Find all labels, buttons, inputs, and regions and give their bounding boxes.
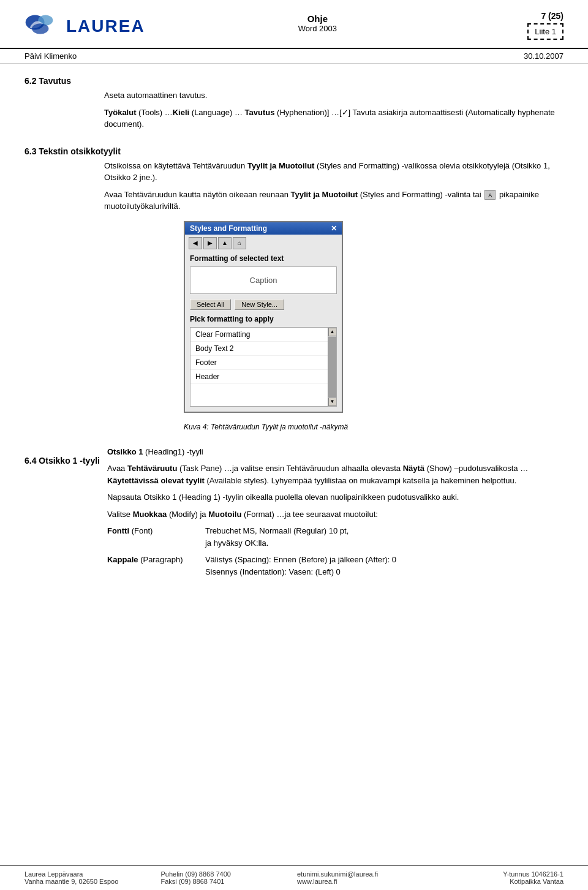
pick-formatting-label: Pick formatting to apply bbox=[185, 312, 342, 325]
list-item-footer[interactable]: Footer ¶ bbox=[190, 356, 336, 370]
tools-bold: Työkalut bbox=[104, 108, 137, 117]
footer-ytunnus: Y-tunnus 1046216-1 bbox=[434, 870, 564, 878]
doc-date: 30.10.2007 bbox=[524, 51, 564, 61]
scroll-down-arrow[interactable]: ▼ bbox=[328, 398, 337, 406]
styles-formatting-dialog: Styles and Formatting ✕ ◀ ▶ ▲ ⌂ Formatti… bbox=[184, 221, 343, 413]
section-6-4-side-label: Otsikko 1 -tyyli bbox=[39, 456, 100, 466]
section-6-2-title: Tavutus bbox=[39, 76, 71, 86]
scroll-up-arrow[interactable]: ▲ bbox=[328, 328, 337, 336]
footer-kotipaikka: Kotipaikka Vantaa bbox=[434, 878, 564, 885]
def-row-kappale: Kappale (Paragraph) Välistys (Spacing): … bbox=[107, 554, 564, 578]
section-6-4-top: 6.4 Otsikko 1 -tyyli Otsikko 1 (Heading1… bbox=[24, 446, 564, 583]
page-header: LAUREA Ohje Word 2003 7 (25) Liite 1 bbox=[0, 0, 588, 49]
section-6-4: 6.4 Otsikko 1 -tyyli Otsikko 1 (Heading1… bbox=[24, 446, 564, 583]
def-desc-kappale: Välistys (Spacing): Ennen (Before) ja jä… bbox=[205, 554, 564, 578]
list-scrollbar[interactable]: ▲ ▼ bbox=[328, 328, 336, 406]
section-6-3-title: Tekstin otsikkotyylit bbox=[39, 146, 121, 156]
caption-area: Caption bbox=[190, 266, 337, 294]
def-term-kappale: Kappale (Paragraph) bbox=[107, 554, 205, 578]
def-desc-fontti: Trebuchet MS, Normaali (Regular) 10 pt,j… bbox=[205, 525, 564, 549]
doc-title: Ohje bbox=[145, 13, 490, 24]
figure-caption: Kuva 4: Tehtäväruudun Tyylit ja muotoilu… bbox=[104, 421, 564, 432]
s6-2-para2: Työkalut (Tools) …Kieli (Language) … Tav… bbox=[104, 107, 564, 130]
s6-3-para2: Avaa Tehtäväruudun kautta näytön oikeaan… bbox=[104, 189, 564, 213]
laurea-logo-icon bbox=[24, 11, 61, 42]
s6-3-para1: Otsikoissa on käytettävä Tehtäväruudun T… bbox=[104, 160, 564, 184]
doc-subtitle: Word 2003 bbox=[145, 24, 490, 33]
header-center: Ohje Word 2003 bbox=[145, 11, 490, 33]
kieli-bold: Kieli bbox=[173, 108, 189, 117]
section-6-3-body: Otsikoissa on käytettävä Tehtäväruudun T… bbox=[24, 160, 564, 435]
dialog-title: Styles and Formatting bbox=[190, 224, 267, 233]
formatting-list[interactable]: Clear Formatting Body Text 2 ¶ Footer ¶ bbox=[190, 327, 337, 407]
s6-4-para3: Valitse Muokkaa (Modify) ja Muotoilu (Fo… bbox=[107, 508, 564, 521]
footer-col-1: Laurea Leppävaara Vanha maantie 9, 02650… bbox=[24, 870, 155, 885]
footer-website: www.laurea.fi bbox=[297, 878, 428, 885]
section-6-2-number: 6.2 bbox=[24, 76, 36, 86]
footer-fax: Faksi (09) 8868 7401 bbox=[161, 878, 292, 885]
header-right: 7 (25) Liite 1 bbox=[490, 11, 564, 40]
section-6-3-heading: 6.3 Tekstin otsikkotyylit bbox=[24, 146, 564, 156]
tavutus-bold: Tavutus bbox=[245, 108, 275, 117]
liite-box: Liite 1 bbox=[527, 23, 564, 40]
s6-4-heading-para: Otsikko 1 (Heading1) -tyyli bbox=[107, 446, 564, 458]
footer-col-4: Y-tunnus 1046216-1 Kotipaikka Vantaa bbox=[434, 870, 564, 885]
def-term-fontti: Fontti (Font) bbox=[107, 525, 205, 549]
nav-up-btn[interactable]: ▲ bbox=[218, 237, 232, 249]
new-style-button[interactable]: New Style... bbox=[235, 299, 284, 310]
dialog-titlebar: Styles and Formatting ✕ bbox=[185, 222, 342, 235]
logo-text: LAUREA bbox=[66, 17, 145, 36]
page: LAUREA Ohje Word 2003 7 (25) Liite 1 Päi… bbox=[0, 0, 588, 890]
page-number: 7 (25) bbox=[490, 11, 564, 21]
s6-4-para2: Napsauta Otsikko 1 (Heading 1) -tyylin o… bbox=[107, 491, 564, 503]
section-6-4-number: 6.4 Otsikko 1 -tyyli bbox=[24, 456, 100, 466]
section-6-3: 6.3 Tekstin otsikkotyylit Otsikoissa on … bbox=[24, 146, 564, 435]
s6-2-para1: Aseta automaattinen tavutus. bbox=[104, 89, 564, 102]
footer-address-1: Laurea Leppävaara bbox=[24, 870, 155, 878]
page-footer: Laurea Leppävaara Vanha maantie 9, 02650… bbox=[0, 865, 588, 890]
nav-home-btn[interactable]: ⌂ bbox=[233, 237, 246, 249]
dialog-nav: ◀ ▶ ▲ ⌂ bbox=[185, 235, 342, 252]
scroll-thumb[interactable] bbox=[328, 337, 336, 397]
s6-4-para1: Avaa Tehtäväruutu (Task Pane) …ja valits… bbox=[107, 462, 564, 486]
footer-email: etunimi.sukunimi@laurea.fi bbox=[297, 870, 428, 878]
list-item-body-text-2[interactable]: Body Text 2 ¶ bbox=[190, 342, 336, 356]
section-6-2-body: Aseta automaattinen tavutus. Työkalut (T… bbox=[24, 89, 564, 135]
formatting-icon: A bbox=[484, 190, 496, 200]
footer-col-2: Puhelin (09) 8868 7400 Faksi (09) 8868 7… bbox=[161, 870, 292, 885]
footer-phone: Puhelin (09) 8868 7400 bbox=[161, 870, 292, 878]
dialog-close-icon[interactable]: ✕ bbox=[331, 224, 337, 233]
logo-area: LAUREA bbox=[24, 11, 145, 42]
dialog-buttons: Select All New Style... bbox=[185, 296, 342, 312]
formatting-of-selected-label: Formatting of selected text bbox=[185, 252, 342, 264]
def-row-fontti: Fontti (Font) Trebuchet MS, Normaali (Re… bbox=[107, 525, 564, 549]
list-item-clear-formatting[interactable]: Clear Formatting bbox=[190, 328, 336, 342]
footer-address-2: Vanha maantie 9, 02650 Espoo bbox=[24, 878, 155, 885]
section-6-3-number: 6.3 bbox=[24, 146, 36, 156]
section-6-2-heading: 6.2 Tavutus bbox=[24, 76, 564, 86]
list-item-header[interactable]: Header ¶ bbox=[190, 370, 336, 384]
nav-back-btn[interactable]: ◀ bbox=[189, 237, 202, 249]
svg-point-2 bbox=[32, 23, 48, 34]
author-line: Päivi Klimenko 30.10.2007 bbox=[0, 49, 588, 64]
author-name: Päivi Klimenko bbox=[24, 51, 77, 61]
footer-col-3: etunimi.sukunimi@laurea.fi www.laurea.fi bbox=[297, 870, 428, 885]
caption-text: Caption bbox=[250, 276, 277, 285]
nav-fwd-btn[interactable]: ▶ bbox=[203, 237, 217, 249]
select-all-button[interactable]: Select All bbox=[190, 299, 231, 310]
main-content: 6.2 Tavutus Aseta automaattinen tavutus.… bbox=[0, 64, 588, 865]
section-6-2: 6.2 Tavutus Aseta automaattinen tavutus.… bbox=[24, 76, 564, 135]
